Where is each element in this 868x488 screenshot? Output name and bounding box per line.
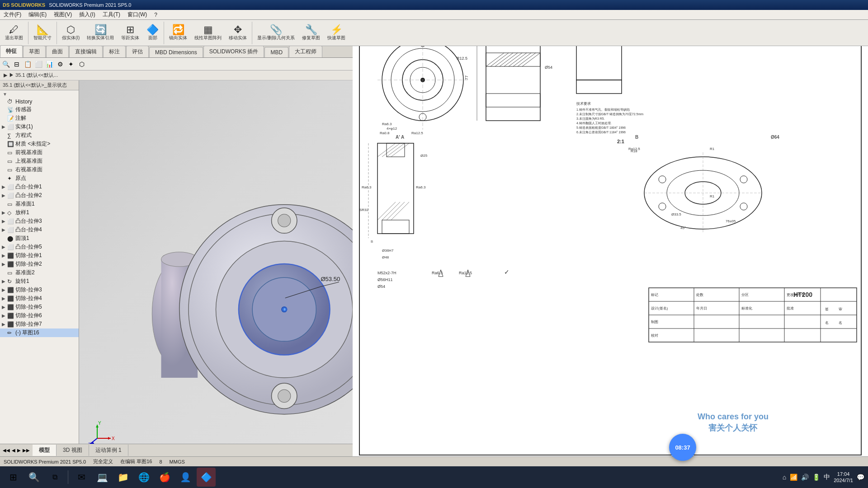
tree-item-boss-extrude2[interactable]: ▶ ⬜ 凸台-拉伸2 — [0, 191, 79, 200]
loft1-icon: ◇ — [7, 210, 14, 216]
tree-item-plane1[interactable]: ▭ 基准面1 — [0, 200, 79, 208]
move-entities-button[interactable]: ✥ 移动实体 — [226, 23, 250, 42]
tray-wifi-icon[interactable]: 📶 — [790, 474, 797, 481]
cut4-arrow: ▶ — [2, 296, 7, 301]
start-button[interactable]: ⊞ — [4, 468, 23, 487]
tree-item-origin[interactable]: ✦ 原点 — [0, 174, 79, 183]
3d-viewport[interactable]: Ø53.50 X Y Z — [79, 80, 353, 456]
revolve1-label: 旋转1 — [15, 277, 29, 285]
tab-sketch[interactable]: 草图 — [23, 46, 46, 57]
tab-back-btn[interactable]: ◀ — [11, 448, 16, 453]
clock-widget: 08:37 — [669, 434, 696, 461]
tree-item-top-plane[interactable]: ▭ 上视基准面 — [0, 157, 79, 165]
menu-insert[interactable]: 插入(I) — [75, 10, 99, 19]
tray-battery-icon[interactable]: 🔋 — [812, 474, 820, 481]
tab-motion[interactable]: 运动算例 1 — [89, 445, 128, 456]
search-icon-btn[interactable]: 🔍 — [1, 59, 11, 69]
user-button[interactable]: 👤 — [176, 468, 195, 487]
anotmgr-icon-btn[interactable]: ✦ — [66, 59, 76, 69]
tree-item-boss-extrude5[interactable]: ▶ ⬜ 凸台-拉伸5 — [0, 243, 79, 251]
tree-item-boss-extrude1[interactable]: ▶ ⬜ 凸台-拉伸1 — [0, 183, 79, 191]
quick-sketch-button[interactable]: ⚡ 快速草图 — [324, 23, 349, 42]
tab-model[interactable]: 模型 — [33, 445, 57, 456]
convert-entities-button[interactable]: 🔄 转换实体引用 — [84, 23, 117, 42]
sw-taskbar-button[interactable]: 🔷 — [197, 468, 216, 487]
browser-button[interactable]: 🌐 — [134, 468, 153, 487]
menu-view[interactable]: 视图(V) — [50, 10, 75, 19]
tree-item-boss-extrude3[interactable]: ▶ ⬜ 凸台-拉伸3 — [0, 217, 79, 225]
smart-dimension-button[interactable]: 📐 智能尺寸 — [30, 23, 55, 42]
tree-item-cut-extrude5[interactable]: ▶ ⬛ 切除-拉伸5 — [0, 303, 79, 311]
tree-item-equation[interactable]: ∑ 方程式 — [0, 131, 79, 140]
show-relations-button[interactable]: 📎 显示/删除几何关系 — [254, 23, 298, 42]
tree-item-material[interactable]: 🔲 材质 <未指定> — [0, 140, 79, 148]
linear-pattern-button[interactable]: ▦ 线性草图阵列 — [191, 23, 225, 42]
tab-fwd-btn[interactable]: ▶ — [16, 448, 22, 453]
tab-prev-btn[interactable]: ◀◀ — [2, 448, 11, 453]
svg-point-11 — [278, 214, 291, 227]
mirror-button[interactable]: 🔁 镜向实体 — [166, 23, 190, 42]
exit-sketch-button[interactable]: 🖊 退出草图 — [2, 23, 26, 42]
tray-notification-icon[interactable]: 💬 — [857, 474, 864, 481]
search-button[interactable]: 🔍 — [24, 468, 43, 487]
tree-item-loft1[interactable]: ▶ ◇ 放样1 — [0, 208, 79, 217]
tray-lang-icon[interactable]: 中 — [824, 473, 830, 481]
tree-item-sketch16[interactable]: ✏ (-) 草图16 — [0, 328, 79, 337]
tree-item-annotation[interactable]: 📝 注解 — [0, 114, 79, 122]
custommgr-icon-btn[interactable]: ⬡ — [77, 59, 87, 69]
tree-item-history[interactable]: ⏱ History — [0, 98, 79, 105]
equation-label: 方程式 — [15, 131, 32, 139]
tab-direct-edit[interactable]: 直接编辑 — [69, 46, 103, 57]
tab-last-btn[interactable]: ▶▶ — [22, 448, 31, 453]
tree-item-front-plane[interactable]: ▭ 前视基准面 — [0, 148, 79, 157]
surface-button[interactable]: 🔷 面部 — [143, 23, 162, 42]
tree-item-cut-extrude1[interactable]: ▶ ⬛ 切除-拉伸1 — [0, 251, 79, 260]
icon-toolbar: 🔍 ⊟ 📋 ⬜ 📊 ⚙ ✦ ⬡ — [0, 58, 353, 70]
tab-3d-view[interactable]: 3D 视图 — [57, 445, 89, 456]
taskview-button[interactable]: ⧉ — [45, 468, 64, 487]
menu-help[interactable]: ? — [151, 11, 161, 19]
equal-offset-button[interactable]: ⊞ 等距实体 — [118, 23, 142, 42]
menu-tools[interactable]: 工具(T) — [99, 10, 124, 19]
tray-network-icon[interactable]: ⌂ — [783, 474, 786, 481]
tab-evaluate[interactable]: 评估 — [126, 46, 149, 57]
configmgr-icon-btn[interactable]: ⚙ — [55, 59, 65, 69]
tree-item-cut-extrude4[interactable]: ▶ ⬛ 切除-拉伸4 — [0, 294, 79, 303]
clock-display[interactable]: 17:04 2024/7/1 — [834, 471, 853, 484]
tree-item-plane2[interactable]: ▭ 基准面2 — [0, 268, 79, 277]
files-button[interactable]: 📁 — [113, 468, 132, 487]
tab-annotation[interactable]: 标注 — [103, 46, 126, 57]
tree-item-sensors[interactable]: 📡 传感器 — [0, 105, 79, 114]
tree-item-revolve1[interactable]: ▶ ↻ 旋转1 — [0, 277, 79, 286]
tree-item-cut-extrude6[interactable]: ▶ ⬛ 切除-拉伸6 — [0, 311, 79, 320]
tab-sw-plugins[interactable]: SOLIDWORKS 插件 — [203, 46, 264, 57]
repair-sketch-button[interactable]: 🔧 修复草图 — [299, 23, 323, 42]
tree-item-cut-extrude2[interactable]: ▶ ⬛ 切除-拉伸2 — [0, 260, 79, 268]
apple-button[interactable]: 🍎 — [155, 468, 174, 487]
mail-button[interactable]: ✉ — [72, 468, 91, 487]
show-relations-icon: 📎 — [270, 25, 282, 35]
menu-window[interactable]: 窗口(W) — [124, 10, 151, 19]
offset-entities-button[interactable]: ⬡ 假实体(I) — [59, 23, 83, 42]
menu-file[interactable]: 文件(F) — [0, 10, 25, 19]
propmgr-icon-btn[interactable]: 📊 — [44, 59, 54, 69]
tab-mbd-dimensions[interactable]: MBD Dimensions — [149, 47, 203, 57]
tab-feature[interactable]: 特征 — [0, 45, 23, 57]
tree-item-cut-extrude3[interactable]: ▶ ⬛ 切除-拉伸3 — [0, 286, 79, 294]
filter-icon-btn[interactable]: ⊟ — [12, 59, 22, 69]
explorer-taskbar-button[interactable]: 💻 — [93, 468, 112, 487]
featuremgr-icon-btn[interactable]: ⬜ — [33, 59, 43, 69]
tab-surface[interactable]: 曲面 — [46, 46, 69, 57]
tray-volume-icon[interactable]: 🔊 — [801, 474, 809, 481]
tree-item-dome1[interactable]: ⬤ 圆顶1 — [0, 234, 79, 243]
tab-mbd[interactable]: MBD — [264, 47, 288, 57]
tab-expert[interactable]: 大工程师 — [289, 46, 322, 57]
tree-item-cut-extrude7[interactable]: ▶ ⬛ 切除-拉伸7 — [0, 320, 79, 328]
menu-edit[interactable]: 编辑(E) — [25, 10, 50, 19]
tree-item-solid[interactable]: ▶ ⬜ 实体(1) — [0, 122, 79, 131]
tree-item-right-plane[interactable]: ▭ 右视基准面 — [0, 165, 79, 174]
tree-item-boss-extrude4[interactable]: ▶ ⬜ 凸台-拉伸4 — [0, 225, 79, 234]
property-icon-btn[interactable]: 📋 — [23, 59, 33, 69]
svg-text:标记: 标记 — [651, 293, 658, 297]
move-entities-icon: ✥ — [234, 25, 242, 35]
